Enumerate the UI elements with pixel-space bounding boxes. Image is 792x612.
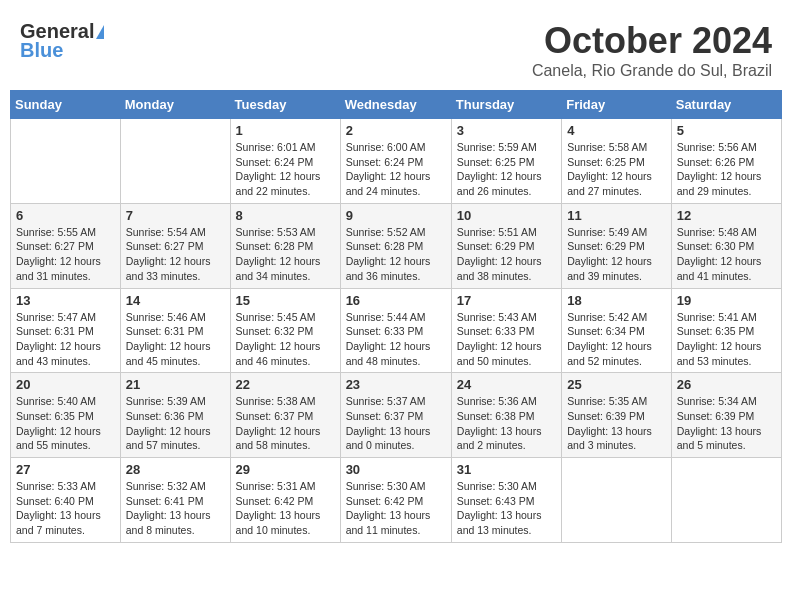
day-number: 19 — [677, 293, 776, 308]
calendar-cell: 12Sunrise: 5:48 AM Sunset: 6:30 PM Dayli… — [671, 203, 781, 288]
day-number: 4 — [567, 123, 666, 138]
day-number: 13 — [16, 293, 115, 308]
day-number: 12 — [677, 208, 776, 223]
day-info: Sunrise: 5:43 AM Sunset: 6:33 PM Dayligh… — [457, 310, 556, 369]
day-info: Sunrise: 5:56 AM Sunset: 6:26 PM Dayligh… — [677, 140, 776, 199]
day-number: 17 — [457, 293, 556, 308]
calendar-cell: 4Sunrise: 5:58 AM Sunset: 6:25 PM Daylig… — [562, 119, 672, 204]
day-number: 28 — [126, 462, 225, 477]
calendar-day-header: Saturday — [671, 91, 781, 119]
day-info: Sunrise: 5:58 AM Sunset: 6:25 PM Dayligh… — [567, 140, 666, 199]
day-number: 8 — [236, 208, 335, 223]
calendar-day-header: Friday — [562, 91, 672, 119]
day-info: Sunrise: 5:42 AM Sunset: 6:34 PM Dayligh… — [567, 310, 666, 369]
calendar-week-row: 27Sunrise: 5:33 AM Sunset: 6:40 PM Dayli… — [11, 458, 782, 543]
day-number: 10 — [457, 208, 556, 223]
calendar-header-row: SundayMondayTuesdayWednesdayThursdayFrid… — [11, 91, 782, 119]
day-number: 3 — [457, 123, 556, 138]
calendar-cell: 17Sunrise: 5:43 AM Sunset: 6:33 PM Dayli… — [451, 288, 561, 373]
calendar-cell: 28Sunrise: 5:32 AM Sunset: 6:41 PM Dayli… — [120, 458, 230, 543]
calendar-cell: 16Sunrise: 5:44 AM Sunset: 6:33 PM Dayli… — [340, 288, 451, 373]
calendar-cell — [562, 458, 672, 543]
day-number: 26 — [677, 377, 776, 392]
calendar-day-header: Wednesday — [340, 91, 451, 119]
day-number: 22 — [236, 377, 335, 392]
day-number: 27 — [16, 462, 115, 477]
day-number: 14 — [126, 293, 225, 308]
day-number: 29 — [236, 462, 335, 477]
day-info: Sunrise: 5:39 AM Sunset: 6:36 PM Dayligh… — [126, 394, 225, 453]
calendar-cell: 29Sunrise: 5:31 AM Sunset: 6:42 PM Dayli… — [230, 458, 340, 543]
calendar-cell: 22Sunrise: 5:38 AM Sunset: 6:37 PM Dayli… — [230, 373, 340, 458]
logo-blue-text: Blue — [20, 39, 63, 62]
calendar-cell: 10Sunrise: 5:51 AM Sunset: 6:29 PM Dayli… — [451, 203, 561, 288]
calendar-cell — [671, 458, 781, 543]
day-info: Sunrise: 5:31 AM Sunset: 6:42 PM Dayligh… — [236, 479, 335, 538]
day-number: 7 — [126, 208, 225, 223]
day-number: 1 — [236, 123, 335, 138]
day-number: 31 — [457, 462, 556, 477]
calendar-day-header: Tuesday — [230, 91, 340, 119]
calendar-cell: 8Sunrise: 5:53 AM Sunset: 6:28 PM Daylig… — [230, 203, 340, 288]
day-number: 25 — [567, 377, 666, 392]
day-number: 24 — [457, 377, 556, 392]
calendar-cell: 7Sunrise: 5:54 AM Sunset: 6:27 PM Daylig… — [120, 203, 230, 288]
day-number: 23 — [346, 377, 446, 392]
calendar-cell: 24Sunrise: 5:36 AM Sunset: 6:38 PM Dayli… — [451, 373, 561, 458]
day-info: Sunrise: 5:32 AM Sunset: 6:41 PM Dayligh… — [126, 479, 225, 538]
day-info: Sunrise: 5:34 AM Sunset: 6:39 PM Dayligh… — [677, 394, 776, 453]
day-info: Sunrise: 5:48 AM Sunset: 6:30 PM Dayligh… — [677, 225, 776, 284]
calendar-cell: 25Sunrise: 5:35 AM Sunset: 6:39 PM Dayli… — [562, 373, 672, 458]
day-number: 6 — [16, 208, 115, 223]
logo: General Blue — [20, 20, 104, 62]
calendar-table: SundayMondayTuesdayWednesdayThursdayFrid… — [10, 90, 782, 543]
calendar-cell: 27Sunrise: 5:33 AM Sunset: 6:40 PM Dayli… — [11, 458, 121, 543]
day-info: Sunrise: 5:33 AM Sunset: 6:40 PM Dayligh… — [16, 479, 115, 538]
day-number: 16 — [346, 293, 446, 308]
day-info: Sunrise: 5:40 AM Sunset: 6:35 PM Dayligh… — [16, 394, 115, 453]
calendar-day-header: Sunday — [11, 91, 121, 119]
day-number: 18 — [567, 293, 666, 308]
calendar-cell: 23Sunrise: 5:37 AM Sunset: 6:37 PM Dayli… — [340, 373, 451, 458]
day-number: 15 — [236, 293, 335, 308]
calendar-cell: 1Sunrise: 6:01 AM Sunset: 6:24 PM Daylig… — [230, 119, 340, 204]
day-info: Sunrise: 5:49 AM Sunset: 6:29 PM Dayligh… — [567, 225, 666, 284]
day-info: Sunrise: 5:44 AM Sunset: 6:33 PM Dayligh… — [346, 310, 446, 369]
day-number: 30 — [346, 462, 446, 477]
calendar-cell: 19Sunrise: 5:41 AM Sunset: 6:35 PM Dayli… — [671, 288, 781, 373]
day-info: Sunrise: 6:00 AM Sunset: 6:24 PM Dayligh… — [346, 140, 446, 199]
calendar-cell: 31Sunrise: 5:30 AM Sunset: 6:43 PM Dayli… — [451, 458, 561, 543]
day-info: Sunrise: 5:30 AM Sunset: 6:43 PM Dayligh… — [457, 479, 556, 538]
page-header: General Blue October 2024 Canela, Rio Gr… — [10, 10, 782, 85]
day-info: Sunrise: 5:41 AM Sunset: 6:35 PM Dayligh… — [677, 310, 776, 369]
month-title: October 2024 — [532, 20, 772, 62]
calendar-week-row: 20Sunrise: 5:40 AM Sunset: 6:35 PM Dayli… — [11, 373, 782, 458]
title-section: October 2024 Canela, Rio Grande do Sul, … — [532, 20, 772, 80]
calendar-cell: 3Sunrise: 5:59 AM Sunset: 6:25 PM Daylig… — [451, 119, 561, 204]
calendar-cell: 14Sunrise: 5:46 AM Sunset: 6:31 PM Dayli… — [120, 288, 230, 373]
day-info: Sunrise: 5:51 AM Sunset: 6:29 PM Dayligh… — [457, 225, 556, 284]
calendar-week-row: 1Sunrise: 6:01 AM Sunset: 6:24 PM Daylig… — [11, 119, 782, 204]
location: Canela, Rio Grande do Sul, Brazil — [532, 62, 772, 80]
calendar-cell: 6Sunrise: 5:55 AM Sunset: 6:27 PM Daylig… — [11, 203, 121, 288]
calendar-cell: 13Sunrise: 5:47 AM Sunset: 6:31 PM Dayli… — [11, 288, 121, 373]
calendar-cell — [11, 119, 121, 204]
logo-triangle-icon — [96, 25, 104, 39]
day-info: Sunrise: 5:59 AM Sunset: 6:25 PM Dayligh… — [457, 140, 556, 199]
calendar-cell: 18Sunrise: 5:42 AM Sunset: 6:34 PM Dayli… — [562, 288, 672, 373]
calendar-cell: 2Sunrise: 6:00 AM Sunset: 6:24 PM Daylig… — [340, 119, 451, 204]
day-info: Sunrise: 5:46 AM Sunset: 6:31 PM Dayligh… — [126, 310, 225, 369]
day-info: Sunrise: 6:01 AM Sunset: 6:24 PM Dayligh… — [236, 140, 335, 199]
calendar-cell: 30Sunrise: 5:30 AM Sunset: 6:42 PM Dayli… — [340, 458, 451, 543]
day-info: Sunrise: 5:36 AM Sunset: 6:38 PM Dayligh… — [457, 394, 556, 453]
day-info: Sunrise: 5:53 AM Sunset: 6:28 PM Dayligh… — [236, 225, 335, 284]
day-number: 9 — [346, 208, 446, 223]
day-number: 20 — [16, 377, 115, 392]
calendar-day-header: Monday — [120, 91, 230, 119]
day-number: 11 — [567, 208, 666, 223]
calendar-cell: 15Sunrise: 5:45 AM Sunset: 6:32 PM Dayli… — [230, 288, 340, 373]
day-info: Sunrise: 5:47 AM Sunset: 6:31 PM Dayligh… — [16, 310, 115, 369]
calendar-week-row: 6Sunrise: 5:55 AM Sunset: 6:27 PM Daylig… — [11, 203, 782, 288]
day-info: Sunrise: 5:30 AM Sunset: 6:42 PM Dayligh… — [346, 479, 446, 538]
calendar-week-row: 13Sunrise: 5:47 AM Sunset: 6:31 PM Dayli… — [11, 288, 782, 373]
